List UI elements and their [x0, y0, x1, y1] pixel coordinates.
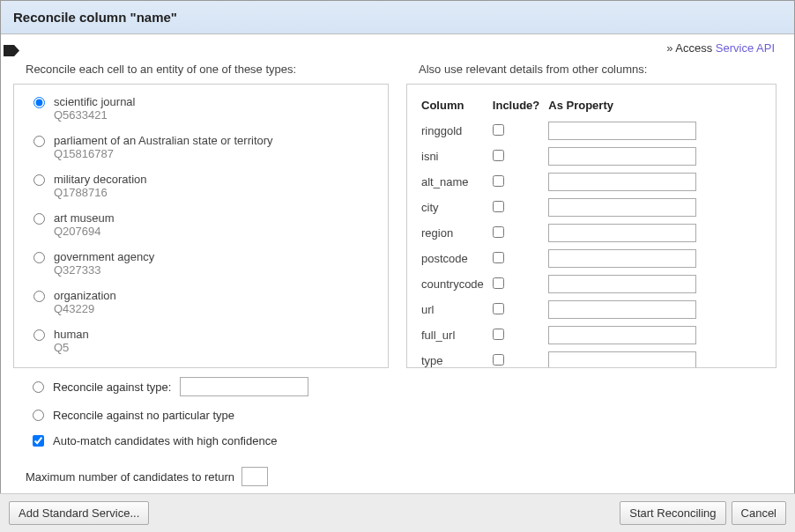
column-header-name: Column — [421, 97, 491, 117]
type-item[interactable]: scientific journalQ5633421 — [33, 95, 379, 122]
include-checkbox[interactable] — [493, 252, 504, 263]
type-item[interactable]: parliament of an Australian state or ter… — [33, 134, 379, 160]
property-input[interactable] — [548, 275, 696, 293]
property-input[interactable] — [548, 122, 696, 140]
type-item[interactable]: government agencyQ327333 — [33, 250, 379, 277]
include-checkbox[interactable] — [493, 329, 504, 340]
include-checkbox[interactable] — [493, 201, 504, 212]
start-reconciling-button[interactable]: Start Reconciling — [620, 501, 725, 525]
column-name: city — [421, 196, 491, 219]
column-name: region — [421, 221, 491, 245]
column-name: isni — [421, 144, 491, 168]
dialog-footer: Add Standard Service... Start Reconcilin… — [0, 493, 795, 532]
property-input[interactable] — [548, 249, 696, 268]
property-input[interactable] — [548, 198, 696, 217]
no-particular-label: Reconcile against no particular type — [53, 409, 234, 422]
property-input[interactable] — [548, 326, 696, 344]
property-input[interactable] — [548, 300, 696, 319]
column-name: type — [421, 349, 491, 368]
dialog-title: Reconcile column "name" — [1, 1, 794, 34]
type-label: military decoration — [54, 173, 147, 186]
type-id: Q15816787 — [54, 147, 273, 160]
column-name: alt_name — [421, 170, 491, 194]
type-item[interactable]: organizationQ43229 — [33, 289, 379, 315]
include-checkbox[interactable] — [493, 124, 504, 136]
against-type-input[interactable] — [180, 377, 308, 396]
include-checkbox[interactable] — [493, 354, 504, 366]
column-name: countrycode — [421, 272, 491, 296]
column-name: url — [421, 298, 491, 321]
cancel-button[interactable]: Cancel — [732, 501, 786, 525]
access-text: Access — [675, 41, 716, 55]
service-api-link[interactable]: Service API — [716, 41, 775, 55]
arrow-icon: » — [666, 41, 675, 55]
type-id: Q43229 — [54, 302, 116, 315]
type-radio[interactable] — [33, 136, 45, 147]
type-label: human — [54, 328, 89, 341]
type-label: art museum — [54, 211, 115, 225]
type-item[interactable]: humanQ5 — [33, 328, 379, 354]
column-name: full_url — [421, 323, 491, 347]
add-standard-service-button[interactable]: Add Standard Service... — [9, 501, 149, 525]
column-name: ringgold — [421, 119, 491, 143]
column-header-include: Include? — [493, 97, 546, 117]
include-checkbox[interactable] — [493, 277, 504, 289]
types-list[interactable]: scientific journalQ5633421parliament of … — [13, 84, 389, 368]
type-radio[interactable] — [33, 97, 45, 108]
type-radio[interactable] — [33, 252, 45, 263]
type-radio[interactable] — [33, 213, 45, 225]
against-type-radio[interactable] — [33, 381, 44, 393]
type-id: Q207694 — [54, 225, 115, 238]
column-row: type — [421, 349, 703, 368]
against-type-label: Reconcile against type: — [53, 381, 171, 394]
type-id: Q5 — [54, 341, 89, 354]
column-row: city — [421, 196, 703, 219]
include-checkbox[interactable] — [493, 303, 504, 314]
column-row: alt_name — [421, 170, 703, 194]
include-checkbox[interactable] — [493, 175, 504, 187]
type-id: Q5633421 — [54, 108, 136, 122]
column-row: url — [421, 298, 703, 321]
column-row: countrycode — [421, 272, 703, 296]
type-label: organization — [54, 289, 116, 302]
max-candidates-label: Maximum number of candidates to return — [26, 470, 234, 484]
types-prompt: Reconcile each cell to an entity of one … — [13, 56, 389, 84]
include-checkbox[interactable] — [493, 226, 504, 238]
column-row: isni — [421, 144, 703, 168]
property-input[interactable] — [548, 351, 696, 368]
service-link-area: » Access Service API — [1, 34, 794, 56]
include-checkbox[interactable] — [493, 150, 504, 161]
type-label: parliament of an Australian state or ter… — [54, 134, 273, 147]
type-id: Q1788716 — [54, 186, 147, 199]
type-radio[interactable] — [33, 291, 45, 302]
column-row: postcode — [421, 247, 703, 270]
property-input[interactable] — [548, 147, 696, 166]
column-row: full_url — [421, 323, 703, 347]
tag-icon — [4, 45, 19, 56]
columns-box: Column Include? As Property ringgoldisni… — [406, 84, 776, 368]
column-row: ringgold — [421, 119, 703, 143]
column-name: postcode — [421, 247, 491, 270]
property-input[interactable] — [548, 173, 696, 191]
column-header-property: As Property — [548, 97, 703, 117]
type-label: government agency — [54, 250, 154, 263]
automatch-checkbox[interactable] — [33, 435, 44, 447]
type-item[interactable]: art museumQ207694 — [33, 211, 379, 238]
type-item[interactable]: military decorationQ1788716 — [33, 173, 379, 199]
type-radio[interactable] — [33, 329, 45, 341]
automatch-label: Auto-match candidates with high confiden… — [53, 434, 277, 447]
type-radio[interactable] — [33, 174, 45, 186]
max-candidates-input[interactable] — [241, 467, 268, 486]
columns-prompt: Also use relevant details from other col… — [406, 56, 776, 84]
type-label: scientific journal — [54, 95, 136, 108]
type-id: Q327333 — [54, 263, 154, 277]
property-input[interactable] — [548, 224, 696, 242]
column-row: region — [421, 221, 703, 245]
no-particular-radio[interactable] — [33, 410, 44, 421]
